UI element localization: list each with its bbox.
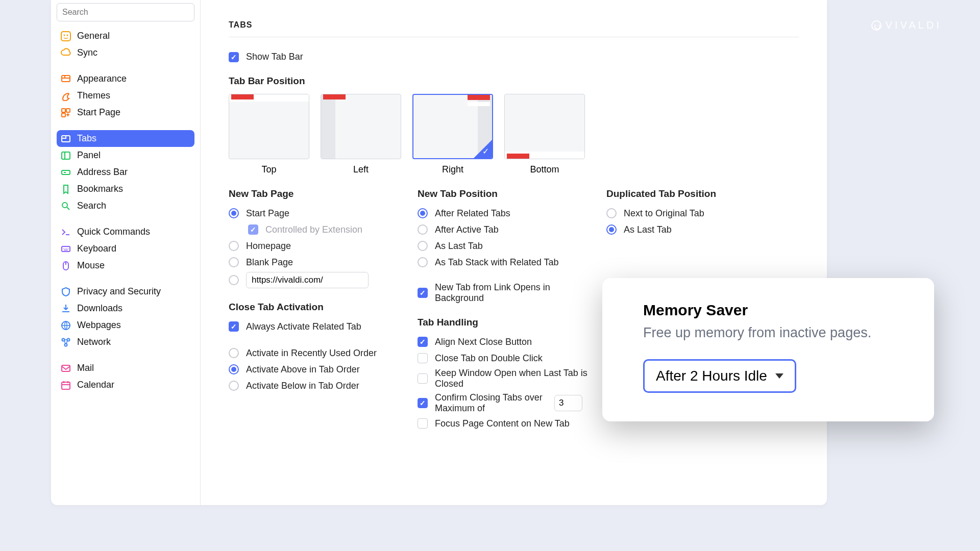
sidebar-label: Keyboard xyxy=(77,243,116,254)
checkbox-icon xyxy=(418,418,428,429)
sidebar-label: Bookmarks xyxy=(77,184,123,194)
shield-icon xyxy=(61,287,71,297)
option-label: Keep Window Open when Last Tab is Closed xyxy=(435,368,588,389)
th-focus[interactable]: Focus Page Content on New Tab xyxy=(418,417,606,430)
sidebar-item-mail[interactable]: Mail xyxy=(57,360,194,377)
ca-below[interactable]: Activate Below in Tab Order xyxy=(229,379,418,392)
radio-icon xyxy=(229,257,239,267)
settings-window: General Sync Appearance Themes Start Pag… xyxy=(51,0,827,505)
tab-handling-heading: Tab Handling xyxy=(418,317,606,328)
sidebar-item-quickcommands[interactable]: Quick Commands xyxy=(57,223,194,240)
radio-icon xyxy=(229,275,239,285)
th-doubleclick[interactable]: Close Tab on Double Click xyxy=(418,352,606,365)
tabs-icon xyxy=(61,134,71,144)
ntp-url[interactable] xyxy=(229,272,418,288)
sidebar-item-themes[interactable]: Themes xyxy=(57,87,194,104)
checkbox-icon xyxy=(418,337,428,347)
sidebar-label: Mail xyxy=(77,363,94,373)
mouse-icon xyxy=(61,261,71,271)
network-icon xyxy=(61,337,71,347)
svg-point-16 xyxy=(65,343,67,346)
dp-next[interactable]: Next to Original Tab xyxy=(606,207,795,220)
radio-icon xyxy=(418,224,428,235)
svg-rect-17 xyxy=(62,365,70,371)
option-label: Controlled by Extension xyxy=(265,224,362,235)
sidebar-label: Search xyxy=(77,201,106,211)
sidebar-item-startpage[interactable]: Start Page xyxy=(57,104,194,121)
svg-point-1 xyxy=(64,34,65,36)
np-active[interactable]: After Active Tab xyxy=(418,223,606,236)
sidebar-item-downloads[interactable]: Downloads xyxy=(57,300,194,317)
th-confirm[interactable]: Confirm Closing Tabs over Maximum of xyxy=(418,392,606,414)
sidebar-item-addressbar[interactable]: Address Bar xyxy=(57,164,194,181)
np-background[interactable]: New Tab from Link Opens in Background xyxy=(418,282,606,304)
option-label: As Tab Stack with Related Tab xyxy=(435,257,558,268)
ca-always[interactable]: Always Activate Related Tab xyxy=(229,320,418,333)
tab-position-bottom[interactable]: Bottom xyxy=(504,94,585,175)
option-label: After Related Tabs xyxy=(435,208,510,219)
sidebar-label: Webpages xyxy=(77,320,121,331)
appearance-icon xyxy=(61,74,71,84)
tab-position-right[interactable]: ✓ Right xyxy=(412,94,493,175)
np-stack[interactable]: As Tab Stack with Related Tab xyxy=(418,256,606,269)
np-last[interactable]: As Last Tab xyxy=(418,239,606,253)
section-title: TABS xyxy=(229,20,799,30)
addressbar-icon xyxy=(61,167,71,178)
sidebar-item-search[interactable]: Search xyxy=(57,197,194,214)
dp-last[interactable]: As Last Tab xyxy=(606,223,795,236)
th-keepwindow[interactable]: Keep Window Open when Last Tab is Closed xyxy=(418,368,606,389)
ntp-extension[interactable]: Controlled by Extension xyxy=(229,223,418,236)
sidebar-item-keyboard[interactable]: Keyboard xyxy=(57,240,194,257)
svg-rect-6 xyxy=(62,113,65,117)
option-label: Align Next Close Button xyxy=(435,337,532,347)
chevron-down-icon xyxy=(775,373,783,379)
sidebar-label: General xyxy=(77,31,110,41)
sidebar-item-network[interactable]: Network xyxy=(57,334,194,350)
search-input[interactable] xyxy=(57,3,194,21)
ntp-homepage[interactable]: Homepage xyxy=(229,239,418,253)
sidebar-item-panel[interactable]: Panel xyxy=(57,147,194,164)
radio-icon xyxy=(418,208,428,218)
downloads-icon xyxy=(61,304,71,314)
sidebar-item-sync[interactable]: Sync xyxy=(57,44,194,61)
option-label: Homepage xyxy=(246,241,291,252)
option-label: Activate in Recently Used Order xyxy=(246,348,377,359)
checkbox-icon xyxy=(229,321,239,332)
sidebar-item-appearance[interactable]: Appearance xyxy=(57,70,194,87)
option-label: Start Page xyxy=(246,208,289,219)
memory-saver-dropdown[interactable]: After 2 Hours Idle xyxy=(643,359,796,393)
option-label: Left xyxy=(321,164,401,175)
sidebar-item-tabs[interactable]: Tabs xyxy=(57,130,194,147)
svg-rect-0 xyxy=(61,32,70,41)
checkbox-icon xyxy=(418,398,428,408)
search-icon xyxy=(61,201,71,211)
ca-above[interactable]: Activate Above in Tab Order xyxy=(229,363,418,376)
sidebar-item-mouse[interactable]: Mouse xyxy=(57,257,194,274)
ntp-blank[interactable]: Blank Page xyxy=(229,256,418,269)
ca-recent[interactable]: Activate in Recently Used Order xyxy=(229,346,418,360)
sidebar-item-webpages[interactable]: Webpages xyxy=(57,317,194,334)
option-label: Show Tab Bar xyxy=(246,52,303,62)
checkbox-icon xyxy=(418,373,428,384)
sidebar-item-calendar[interactable]: Calendar xyxy=(57,377,194,393)
ntp-startpage[interactable]: Start Page xyxy=(229,207,418,220)
sidebar-item-general[interactable]: General xyxy=(57,28,194,44)
radio-icon xyxy=(606,224,617,235)
sidebar: General Sync Appearance Themes Start Pag… xyxy=(51,0,201,505)
new-tab-position-heading: New Tab Position xyxy=(418,188,606,199)
tab-position-top[interactable]: Top xyxy=(229,94,309,175)
th-align[interactable]: Align Next Close Button xyxy=(418,335,606,348)
divider xyxy=(229,37,799,37)
th-confirm-value[interactable] xyxy=(554,395,582,411)
logo-text: VIVALDI xyxy=(886,19,942,31)
checkbox-icon xyxy=(418,353,428,363)
np-related[interactable]: After Related Tabs xyxy=(418,207,606,220)
radio-icon xyxy=(418,257,428,267)
sidebar-item-bookmarks[interactable]: Bookmarks xyxy=(57,181,194,197)
sidebar-label: Tabs xyxy=(77,133,96,144)
ntp-url-input[interactable] xyxy=(246,272,369,288)
show-tab-bar-option[interactable]: Show Tab Bar xyxy=(229,52,799,62)
svg-rect-4 xyxy=(62,109,65,112)
sidebar-item-privacy[interactable]: Privacy and Security xyxy=(57,283,194,300)
tab-position-left[interactable]: Left xyxy=(321,94,401,175)
